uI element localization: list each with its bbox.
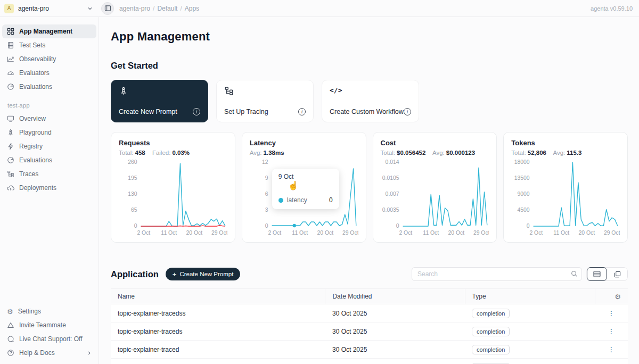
stat-label: Avg:: [553, 150, 566, 156]
sidebar-item-app-management[interactable]: App Management: [2, 24, 96, 38]
svg-text:3: 3: [265, 207, 268, 213]
svg-text:0: 0: [396, 223, 399, 229]
create-new-prompt-card[interactable]: Create New Prompt: [111, 80, 208, 122]
info-icon[interactable]: [404, 108, 411, 115]
application-heading: Application: [111, 269, 159, 279]
grid-icon: [7, 28, 14, 35]
set-up-tracing-card[interactable]: Set Up Tracing: [216, 80, 314, 122]
latency-chart-card: Latency Avg:1.38ms 0369122 Oct11 Oct20 O…: [242, 132, 366, 243]
stat-value: 52,806: [528, 150, 546, 156]
app-date: 30 Oct 2025: [325, 341, 465, 359]
sidebar-item-test-sets[interactable]: Test Sets: [2, 38, 96, 52]
metrics-charts: Requests Total:458 Failed:0.03% 06513019…: [111, 132, 628, 243]
svg-text:29 Oct: 29 Oct: [473, 230, 489, 236]
stat-label: Total:: [119, 150, 134, 156]
table-row[interactable]: career-assessment 27 Oct 2025 completion: [111, 359, 628, 364]
row-menu-button[interactable]: [595, 341, 628, 359]
svg-text:9: 9: [265, 175, 268, 181]
table-view-button[interactable]: [587, 267, 607, 281]
sidebar-item-playground[interactable]: Playground: [2, 126, 96, 139]
sidebar-item-registry[interactable]: Registry: [2, 139, 96, 153]
table-row[interactable]: topic-explainer-tracedss 30 Oct 2025 com…: [111, 304, 628, 322]
svg-text:4500: 4500: [518, 207, 530, 213]
top-bar: A agenta-pro agenta-pro Default Apps age…: [0, 0, 639, 17]
evaluators-icon: [7, 69, 14, 77]
stat-value: 458: [135, 150, 145, 156]
search-icon[interactable]: [571, 270, 578, 277]
svg-text:11 Oct: 11 Oct: [423, 230, 439, 236]
page-title: App Management: [111, 30, 628, 44]
chart-title: Latency: [250, 139, 358, 147]
stat-label: Failed:: [152, 150, 171, 156]
stat-value: $0.056452: [397, 150, 425, 156]
svg-text:2 Oct: 2 Oct: [268, 230, 281, 236]
rocket-icon: [7, 129, 14, 136]
sidebar-item-evaluations-app[interactable]: Evaluations: [2, 153, 96, 167]
search-input[interactable]: [412, 267, 582, 281]
svg-text:260: 260: [128, 159, 137, 165]
svg-text:20 Oct: 20 Oct: [186, 230, 202, 236]
chart-tooltip: 9 Oct latency 0: [272, 169, 339, 209]
svg-text:0: 0: [265, 223, 268, 229]
svg-text:2 Oct: 2 Oct: [530, 230, 543, 236]
svg-text:0: 0: [527, 223, 530, 229]
stat-value: 1.38ms: [264, 150, 284, 156]
sidebar-item-label: Evaluations: [19, 83, 52, 90]
trace-tree-icon: [7, 170, 14, 178]
create-new-prompt-button[interactable]: Create New Prompt: [166, 268, 241, 280]
column-header-date-modified: Date Modified: [325, 289, 465, 304]
svg-text:195: 195: [128, 175, 137, 181]
invite-icon: [7, 321, 14, 329]
table-row[interactable]: topic-explainer-traceds 30 Oct 2025 comp…: [111, 322, 628, 341]
chart-title: Tokens: [511, 139, 620, 147]
workspace-selector[interactable]: A agenta-pro: [0, 0, 99, 16]
info-icon[interactable]: [298, 108, 306, 115]
info-icon[interactable]: [193, 108, 200, 115]
sidebar-item-label: Test Sets: [19, 42, 45, 49]
sidebar-item-settings[interactable]: ⚙ Settings: [2, 304, 96, 318]
table-row[interactable]: topic-explainer-traced 30 Oct 2025 compl…: [111, 341, 628, 359]
type-badge: completion: [472, 309, 510, 318]
create-custom-workflow-card[interactable]: </> Create Custom Workflow: [322, 80, 419, 122]
sidebar-item-traces[interactable]: Traces: [2, 167, 96, 181]
svg-text:6: 6: [265, 191, 268, 197]
sidebar-item-live-chat[interactable]: Live Chat Support: Off: [2, 332, 96, 346]
sidebar-item-deployments[interactable]: Deployments: [2, 181, 96, 195]
sidebar-item-invite-teammate[interactable]: Invite Teammate: [2, 318, 96, 332]
sidebar-item-label: Live Chat Support: Off: [19, 335, 83, 343]
column-settings-gear-icon[interactable]: [615, 293, 621, 301]
breadcrumb-page[interactable]: Apps: [180, 5, 199, 12]
sidebar-item-observability[interactable]: Observability: [2, 52, 96, 66]
row-menu-button[interactable]: [595, 359, 628, 364]
sidebar-item-label: Help & Docs: [19, 349, 55, 357]
sidebar-item-evaluations[interactable]: Evaluations: [2, 80, 96, 94]
breadcrumb-workspace[interactable]: agenta-pro: [119, 5, 150, 12]
sidebar-item-label: Settings: [18, 308, 41, 315]
sidebar-item-evaluators[interactable]: Evaluators: [2, 66, 96, 80]
gear-icon: ⚙: [7, 308, 13, 315]
help-icon: [7, 349, 14, 357]
svg-text:20 Oct: 20 Oct: [448, 230, 464, 236]
monitor-icon: [7, 115, 14, 122]
cloud-icon: [7, 184, 14, 192]
row-menu-button[interactable]: [595, 304, 628, 322]
sidebar-item-label: Evaluators: [19, 69, 50, 77]
card-label: Set Up Tracing: [224, 108, 268, 115]
breadcrumb[interactable]: agenta-pro Default Apps: [119, 5, 199, 12]
app-name: topic-explainer-traced: [111, 341, 325, 359]
sidebar-collapse-button[interactable]: [101, 2, 114, 15]
card-view-button[interactable]: [607, 267, 627, 281]
sidebar-item-label: Deployments: [19, 184, 56, 192]
application-header: Application Create New Prompt: [111, 267, 628, 281]
lightning-icon: [7, 143, 14, 150]
svg-text:0: 0: [134, 223, 137, 229]
svg-text:9000: 9000: [518, 191, 530, 197]
stat-value: 115.3: [567, 150, 581, 156]
applications-table: Name Date Modified Type topic-explainer-…: [111, 288, 628, 364]
sidebar-item-overview[interactable]: Overview: [2, 112, 96, 126]
breadcrumb-project[interactable]: Default: [153, 5, 177, 12]
row-menu-button[interactable]: [595, 322, 628, 341]
sidebar-item-help-docs[interactable]: Help & Docs: [2, 346, 96, 360]
tooltip-date: 9 Oct: [278, 173, 333, 180]
get-started-heading: Get Started: [111, 61, 628, 71]
